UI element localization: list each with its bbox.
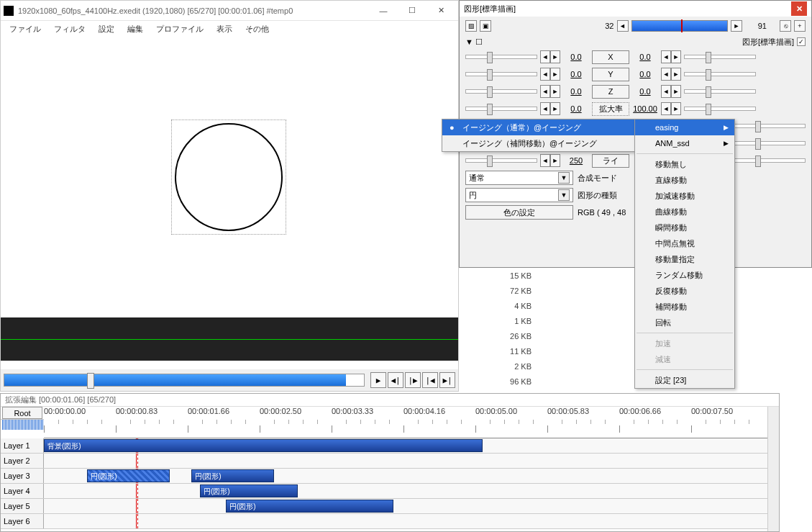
layer-label[interactable]: Layer 3 — [1, 469, 44, 483]
ctx-item[interactable]: 中間点無視 — [635, 235, 734, 251]
layer-label[interactable]: Layer 5 — [1, 499, 44, 513]
inc-button[interactable]: ► — [671, 68, 681, 81]
property-titlebar[interactable]: 図形[標準描画] ✕ — [460, 1, 811, 17]
ctx-item[interactable]: ランダム移動 — [635, 267, 734, 283]
step-back-button[interactable]: ◀| — [388, 372, 403, 388]
menu-other[interactable]: その他 — [240, 22, 275, 36]
goto-end-button[interactable]: ▶| — [439, 372, 455, 388]
layer-label[interactable]: Layer 2 — [1, 454, 44, 468]
dec-button[interactable]: ◄ — [661, 68, 671, 81]
dec-button[interactable]: ◄ — [661, 50, 671, 63]
dec-button[interactable]: ◄ — [540, 85, 550, 98]
layer-label[interactable]: Layer 4 — [1, 484, 44, 498]
param-slider-right[interactable] — [684, 89, 756, 94]
ctx-item[interactable]: 設定 [23] — [635, 372, 734, 388]
param-value-left[interactable]: 0.0 — [563, 70, 589, 78]
inc-button[interactable]: ► — [671, 85, 681, 98]
layer-track[interactable]: 円(図形) — [44, 484, 779, 498]
timeline-clip[interactable]: 円(図形) — [200, 484, 298, 497]
ctx-item-easing-interp[interactable]: イージング（補間移動）@イージング — [442, 135, 635, 151]
scrollbar-vertical[interactable] — [767, 407, 779, 531]
param-name-button[interactable]: X — [592, 50, 629, 64]
param-value[interactable]: 250 — [563, 156, 589, 165]
preview-canvas[interactable] — [1, 37, 458, 317]
param-value-right[interactable]: 100.00 — [632, 104, 658, 113]
dec-button[interactable]: ◄ — [661, 102, 671, 115]
color-button[interactable]: 色の設定 — [465, 205, 573, 220]
step-fwd-button[interactable]: |▶ — [405, 372, 421, 388]
seek-handle[interactable] — [87, 373, 94, 389]
ctx-item[interactable]: 曲線移動 — [635, 204, 734, 220]
menu-file[interactable]: ファイル — [4, 22, 47, 36]
layer-label[interactable]: Layer 6 — [1, 514, 44, 528]
inc-button[interactable]: ► — [550, 50, 560, 63]
expand-toggle[interactable]: ▼ ☐ — [465, 37, 483, 47]
menu-view[interactable]: 表示 — [211, 22, 238, 36]
timeline-clip[interactable]: 背景(図形) — [44, 439, 483, 452]
frame-prev-button[interactable]: ◄ — [617, 20, 629, 32]
ctx-item[interactable]: 加減速移動 — [635, 188, 734, 204]
ctx-item[interactable]: 補間移動 — [635, 299, 734, 315]
param-slider-right[interactable] — [734, 141, 806, 145]
ctx-item-easing-normal[interactable]: ● イージング（通常）@イージング — [442, 120, 635, 135]
titlebar[interactable]: 1920x1080_60fps_44100Hz.exedit (1920,108… — [1, 1, 458, 21]
param-slider-right[interactable] — [684, 107, 756, 111]
close-button[interactable]: ✕ — [426, 2, 455, 19]
ctx-item[interactable]: ANM_ssd▶ — [635, 135, 734, 151]
param-value-left[interactable]: 0.0 — [563, 53, 589, 61]
param-name-button[interactable]: 拡大率 — [592, 102, 629, 116]
param-slider-left[interactable] — [465, 158, 537, 163]
param-value-right[interactable]: 0.0 — [632, 53, 658, 61]
inc-button[interactable]: ► — [671, 50, 681, 63]
play-button[interactable]: ▶ — [370, 372, 386, 388]
param-slider-left[interactable] — [465, 89, 537, 94]
goto-start-button[interactable]: |◀ — [422, 372, 438, 388]
dec-button[interactable]: ◄ — [540, 50, 550, 63]
param-name-button[interactable]: Z — [592, 85, 629, 99]
param-value-right[interactable]: 0.0 — [632, 70, 658, 78]
dec-button[interactable]: ◄ — [540, 68, 550, 81]
ctx-item[interactable]: 瞬間移動 — [635, 220, 734, 235]
root-button[interactable]: Root — [2, 407, 42, 419]
dec-button[interactable]: ◄ — [540, 102, 550, 115]
layer-label[interactable]: Layer 1 — [1, 438, 44, 453]
param-name-button[interactable]: ライ — [592, 154, 629, 168]
blend-mode-combo[interactable]: 通常▼ — [465, 171, 573, 185]
ctx-item[interactable]: 移動無し — [635, 156, 734, 172]
param-name-button[interactable]: Y — [592, 68, 629, 81]
shape-type-combo[interactable]: 円▼ — [465, 188, 573, 202]
time-ruler[interactable]: 00:00:00.0000:00:00.8300:00:01.6600:00:0… — [44, 407, 779, 438]
ctx-item[interactable]: 直線移動 — [635, 172, 734, 188]
param-value-right[interactable]: 0.0 — [632, 87, 658, 96]
ctx-item[interactable]: 反復移動 — [635, 283, 734, 299]
add-icon[interactable]: + — [794, 20, 806, 32]
dec-button[interactable]: ◄ — [661, 85, 671, 98]
menu-settings[interactable]: 設定 — [93, 22, 120, 36]
param-value-left[interactable]: 0.0 — [563, 87, 589, 96]
anchor-icon[interactable]: ⎋ — [780, 20, 791, 32]
menu-edit[interactable]: 編集 — [122, 22, 149, 36]
ctx-item[interactable]: 移動量指定 — [635, 251, 734, 267]
param-slider-right[interactable] — [684, 55, 756, 59]
inc-button[interactable]: ► — [550, 85, 560, 98]
maximize-button[interactable]: ☐ — [398, 2, 426, 19]
seek-slider[interactable] — [4, 374, 365, 387]
section-checkbox[interactable]: ✓ — [797, 37, 806, 46]
toggle-icon-1[interactable]: ▧ — [465, 20, 477, 32]
timeline-clip[interactable]: 円(図形) — [87, 469, 170, 482]
ctx-item[interactable]: 回転 — [635, 315, 734, 330]
layer-track[interactable] — [44, 454, 779, 468]
param-slider-left[interactable] — [465, 107, 537, 111]
close-icon[interactable]: ✕ — [791, 1, 807, 16]
frame-slider[interactable] — [631, 20, 729, 32]
timeline-clip[interactable]: 円(図形) — [226, 500, 393, 513]
menu-filter[interactable]: フィルタ — [48, 22, 91, 36]
param-value-left[interactable]: 0.0 — [563, 104, 589, 113]
param-slider-left[interactable] — [465, 72, 537, 76]
minimize-button[interactable]: — — [369, 2, 398, 19]
layer-track[interactable]: 背景(図形) — [44, 438, 779, 453]
timeline-clip[interactable]: 円(図形) — [191, 469, 274, 482]
param-slider-right[interactable] — [734, 158, 806, 163]
inc-button[interactable]: ► — [550, 68, 560, 81]
param-slider-left[interactable] — [465, 55, 537, 59]
